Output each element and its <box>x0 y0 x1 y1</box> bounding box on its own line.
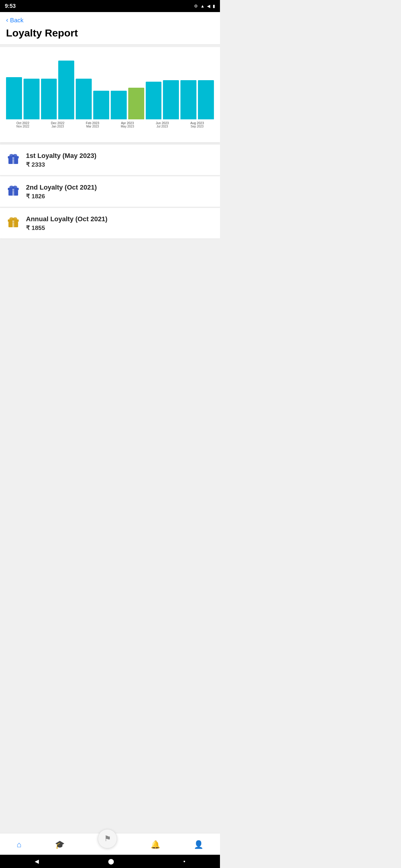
gift-icon <box>6 151 21 166</box>
loyalty-info: Annual Loyalty (Oct 2021) ₹ 1855 <box>26 215 107 231</box>
gift-icon <box>6 215 21 229</box>
chart-bar-group <box>76 79 92 119</box>
chart-x-labels: Oct 2022Nov 2022Dec 2022Jan 2023Feb 2023… <box>5 121 215 128</box>
chart-bot-label: Mar 2023 <box>86 125 99 128</box>
loyalty-item: 2nd Loyalty (Oct 2021) ₹ 1826 <box>0 176 220 207</box>
back-label: Back <box>10 17 23 24</box>
svg-point-12 <box>12 187 15 189</box>
chart-bot-label: Nov 2022 <box>16 125 29 128</box>
header: ‹ Back Loyalty Report <box>0 12 220 44</box>
chart-bar-group <box>93 91 109 119</box>
chart-card: Oct 2022Nov 2022Dec 2022Jan 2023Feb 2023… <box>0 47 220 142</box>
chart-bar-group <box>163 80 179 119</box>
back-arrow-icon: ‹ <box>6 16 8 24</box>
loyalty-icon-container <box>6 183 21 200</box>
chart-label-pair: Apr 2023May 2023 <box>110 121 145 128</box>
status-icons: ⚙ ▲ ◀ ▮ <box>194 4 215 8</box>
loyalty-name: Annual Loyalty (Oct 2021) <box>26 215 107 223</box>
signal-icon: ◀ <box>207 4 210 8</box>
svg-point-5 <box>12 155 15 157</box>
chart-bar-group <box>180 80 196 119</box>
status-time: 9:53 <box>5 3 16 9</box>
chart-bar-group <box>24 79 39 119</box>
page-title: Loyalty Report <box>6 27 214 39</box>
loyalty-icon-container <box>6 151 21 168</box>
wifi-icon: ▲ <box>200 4 205 8</box>
svg-rect-6 <box>8 158 18 160</box>
loyalty-info: 2nd Loyalty (Oct 2021) ₹ 1826 <box>26 184 97 200</box>
chart-label-pair: Oct 2022Nov 2022 <box>5 121 40 128</box>
loyalty-list: 1st Loyalty (May 2023) ₹ 2333 2nd Loyalt… <box>0 145 220 239</box>
chart-bar-group <box>198 80 214 119</box>
chart-bar <box>6 77 22 119</box>
chart-bar <box>41 79 57 119</box>
loyalty-name: 1st Loyalty (May 2023) <box>26 152 96 160</box>
chart-top-label: Jun 2023 <box>156 121 169 125</box>
chart-label-pair: Aug 2023Sep 2023 <box>180 121 215 128</box>
chart-bot-label: May 2023 <box>121 125 134 128</box>
chart-bot-label: Jul 2023 <box>156 125 168 128</box>
chart-bar <box>146 82 162 119</box>
chart-top-label: Dec 2022 <box>51 121 64 125</box>
chart-top-label: Apr 2023 <box>121 121 134 125</box>
loyalty-amount: ₹ 1826 <box>26 193 97 200</box>
chart-bar <box>76 79 92 119</box>
chart-bot-label: Jan 2023 <box>52 125 64 128</box>
back-button[interactable]: ‹ Back <box>6 16 214 24</box>
background-filler <box>0 239 220 299</box>
battery-icon: ▮ <box>213 4 215 8</box>
chart-bars <box>5 53 215 119</box>
chart-bar <box>128 88 144 119</box>
chart-label-pair: Feb 2023Mar 2023 <box>75 121 110 128</box>
chart-bar <box>24 79 39 119</box>
chart-label-pair: Jun 2023Jul 2023 <box>145 121 180 128</box>
chart-top-label: Feb 2023 <box>86 121 99 125</box>
settings-icon: ⚙ <box>194 4 198 8</box>
gift-icon <box>6 183 21 197</box>
status-bar: 9:53 ⚙ ▲ ◀ ▮ <box>0 0 220 12</box>
chart-bar-group <box>146 82 162 119</box>
svg-rect-13 <box>8 190 18 191</box>
chart-bar <box>198 80 214 119</box>
svg-point-19 <box>12 218 15 221</box>
chart-top-label: Oct 2022 <box>16 121 29 125</box>
loyalty-info: 1st Loyalty (May 2023) ₹ 2333 <box>26 152 96 168</box>
loyalty-amount: ₹ 1855 <box>26 224 107 231</box>
chart-bar-group <box>111 91 127 119</box>
chart-bar <box>163 80 179 119</box>
chart-bar-group <box>58 61 74 119</box>
chart-bar <box>180 80 196 119</box>
chart-bar-group <box>6 77 22 119</box>
loyalty-item: 1st Loyalty (May 2023) ₹ 2333 <box>0 145 220 175</box>
svg-rect-20 <box>8 222 18 223</box>
chart-bar <box>93 91 109 119</box>
chart-bar-group <box>41 79 57 119</box>
loyalty-name: 2nd Loyalty (Oct 2021) <box>26 184 97 191</box>
loyalty-item: Annual Loyalty (Oct 2021) ₹ 1855 <box>0 208 220 239</box>
chart-bar <box>58 61 74 119</box>
chart-container: Oct 2022Nov 2022Dec 2022Jan 2023Feb 2023… <box>5 53 215 137</box>
chart-bar <box>111 91 127 119</box>
chart-label-pair: Dec 2022Jan 2023 <box>40 121 76 128</box>
chart-top-label: Aug 2023 <box>191 121 204 125</box>
chart-bar-group <box>128 88 144 119</box>
loyalty-amount: ₹ 2333 <box>26 161 96 168</box>
loyalty-icon-container <box>6 215 21 232</box>
chart-bot-label: Sep 2023 <box>191 125 204 128</box>
